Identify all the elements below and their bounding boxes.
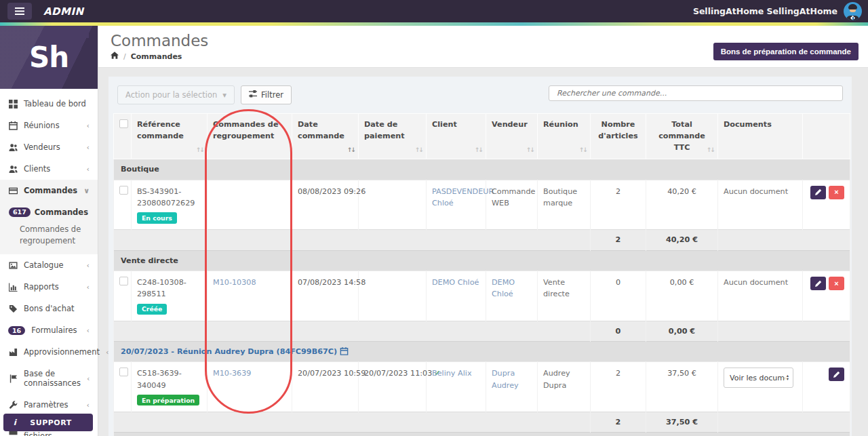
vendeur-text: Commande WEB xyxy=(492,187,535,207)
topbar: ADMIN SellingAtHome SellingAtHome xyxy=(0,0,868,22)
sidebar-item-label: Rapports xyxy=(24,282,59,292)
sidebar-item-bons-dachat[interactable]: Bons d'achat xyxy=(0,298,98,319)
sidebar-item-label: Catalogue xyxy=(24,260,64,270)
sort-icon[interactable]: ↑↓ xyxy=(347,146,355,155)
table-row: C248-10308-298511Créée M10-10308 07/08/2… xyxy=(114,271,850,321)
bulk-action-dropdown[interactable]: Action pour la sélection ▾ xyxy=(117,85,235,104)
sidebar-item-commandes[interactable]: Commandes ∨ xyxy=(0,180,98,201)
select-all-checkbox[interactable] xyxy=(119,119,128,128)
regroupement-link[interactable]: M10-10308 xyxy=(213,278,256,287)
subtotal-articles: 2 xyxy=(616,235,621,244)
page-header: Commandes / Commandes Bons de préparatio… xyxy=(98,26,868,68)
sidebar-item-parametres[interactable]: Paramètres ‹ xyxy=(0,394,98,416)
sort-icon[interactable]: ↑↓ xyxy=(579,146,587,155)
col-actions xyxy=(803,114,850,159)
subtotal-row: 2 40,20 € xyxy=(114,230,850,250)
logo-block[interactable]: Sh xyxy=(0,26,98,89)
client-link[interactable]: Beliny Alix xyxy=(432,369,472,378)
sort-icon[interactable]: ↑↓ xyxy=(415,146,422,155)
col-reference-commande: Référence commande↑↓ xyxy=(132,114,208,159)
status-badge: En préparation xyxy=(137,395,199,405)
filter-button[interactable]: Filtrer xyxy=(241,85,292,104)
regroupement-link[interactable]: M10-3639 xyxy=(213,369,251,378)
info-icon: i xyxy=(3,418,26,427)
sidebar-item-reunions[interactable]: Réunions ‹ xyxy=(0,115,98,136)
client-link[interactable]: PASDEVENDEUR Chloé xyxy=(432,187,494,207)
reunion-text: Audrey Dupra xyxy=(543,369,570,389)
calendar-icon xyxy=(8,121,18,130)
users-icon xyxy=(8,142,18,152)
table-row: BS-343901-230808072629En cours 08/08/202… xyxy=(114,180,850,230)
user-avatar[interactable] xyxy=(844,2,862,20)
accent-gradient-stripe xyxy=(0,22,868,26)
chevron-left-icon: ‹ xyxy=(87,375,90,382)
subtotal-articles: 2 xyxy=(616,418,621,427)
delete-button[interactable]: × xyxy=(829,277,844,290)
subtotal-total: 37,50 € xyxy=(666,418,698,427)
close-icon: × xyxy=(834,189,838,196)
support-button[interactable]: i SUPPORT xyxy=(3,414,93,431)
sidebar-item-base-de-connaissances[interactable]: Base de connaissances ‹ xyxy=(0,363,98,394)
sidebar-item-label: Paramètres xyxy=(24,400,68,410)
sidebar-item-tableau-de-bord[interactable]: Tableau de bord xyxy=(0,93,98,115)
logo-cut xyxy=(85,34,89,38)
breadcrumb-current: Commandes xyxy=(131,52,182,61)
reunion-group-link[interactable]: 20/07/2023 - Réunion Audrey Dupra (84FC9… xyxy=(121,347,337,356)
sidebar-menu: Tableau de bord Réunions ‹ Vendeurs ‹ Cl… xyxy=(0,89,98,436)
chevron-left-icon: ‹ xyxy=(87,283,90,291)
row-checkbox[interactable] xyxy=(119,277,128,285)
home-icon[interactable] xyxy=(111,52,119,61)
sidebar-item-label: Clients xyxy=(24,164,50,174)
sidebar-item-vendeurs[interactable]: Vendeurs ‹ xyxy=(0,136,98,158)
sidebar-item-rapports[interactable]: Rapports ‹ xyxy=(0,276,98,298)
edit-button[interactable] xyxy=(810,186,826,199)
sort-icon[interactable]: ↑↓ xyxy=(707,146,714,155)
col-date-de-paiement: Date de paiement↑↓ xyxy=(359,114,427,159)
articles-count: 0 xyxy=(616,278,620,287)
reunion-text: Vente directe xyxy=(543,278,570,298)
sidebar-item-catalogue[interactable]: Catalogue ‹ xyxy=(0,254,98,276)
sidebar-subitem-commandes-de-regroupement[interactable]: Commandes de regroupement xyxy=(0,221,98,254)
sort-icon[interactable]: ↑↓ xyxy=(475,146,482,155)
vendeur-link[interactable]: Dupra Audrey xyxy=(492,369,519,389)
header-checkbox-cell xyxy=(114,114,132,159)
flag-icon xyxy=(8,374,18,383)
chevron-left-icon: ‹ xyxy=(106,349,108,356)
col-vendeur: Vendeur↑↓ xyxy=(486,114,538,159)
articles-count: 2 xyxy=(616,187,620,196)
filter-icon xyxy=(249,90,257,100)
sort-icon[interactable]: ↑↓ xyxy=(196,146,203,155)
delete-button[interactable]: × xyxy=(829,186,844,199)
sort-icon[interactable]: ↑↓ xyxy=(526,146,534,155)
order-date: 08/08/2023 09:26 xyxy=(298,187,366,196)
row-checkbox[interactable] xyxy=(119,368,128,376)
sidebar-commandes-group: Commandes ∨ 617 Commandes Commandes de r… xyxy=(0,180,98,254)
chevron-left-icon: ‹ xyxy=(87,401,90,409)
pencil-icon xyxy=(815,187,822,197)
subtotal-total: 0,00 € xyxy=(669,327,695,336)
sidebar-subitem-label: Commandes de regroupement xyxy=(20,224,90,246)
row-checkbox[interactable] xyxy=(119,186,128,195)
chevron-left-icon: ‹ xyxy=(87,327,90,334)
documents-select[interactable]: Voir les documents▴▾ xyxy=(724,368,793,388)
user-name[interactable]: SellingAtHome SellingAtHome xyxy=(693,6,837,16)
sidebar-subitem-commandes[interactable]: 617 Commandes xyxy=(0,201,98,221)
group-header-row: Vente directe xyxy=(114,250,850,271)
bons-de-preparation-button[interactable]: Bons de préparation de commande xyxy=(713,43,859,60)
client-link[interactable]: DEMO Chloé xyxy=(432,278,479,287)
sidebar-item-label: Tableau de bord xyxy=(24,99,86,108)
search-input[interactable] xyxy=(549,85,843,101)
sidebar-item-clients[interactable]: Clients ‹ xyxy=(0,158,98,180)
edit-button[interactable] xyxy=(829,368,844,381)
hamburger-menu-button[interactable] xyxy=(7,3,32,20)
status-badge: En cours xyxy=(137,212,177,223)
sidebar: Sh Tableau de bord Réunions ‹ Vendeurs ‹… xyxy=(0,26,98,436)
sidebar-item-formulaires[interactable]: 16 Formulaires ‹ xyxy=(0,319,98,341)
wrench-icon xyxy=(8,400,18,410)
group-header-row: Boutique xyxy=(114,159,850,180)
vendeur-link[interactable]: DEMO Chloé xyxy=(492,278,515,298)
admin-brand-logo: ADMIN xyxy=(43,5,84,18)
sidebar-item-approvisionnement[interactable]: Approvisionnement ‹ xyxy=(0,341,98,363)
reunion-text: Boutique marque xyxy=(543,187,577,207)
edit-button[interactable] xyxy=(810,277,826,290)
